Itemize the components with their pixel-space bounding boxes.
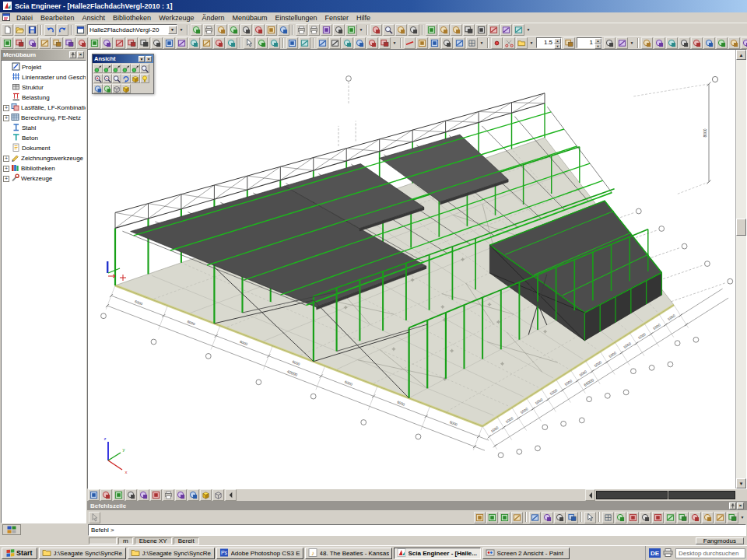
pictures-icon[interactable] (228, 24, 240, 36)
subregion-icon[interactable] (114, 37, 125, 49)
beam-b1-icon[interactable] (641, 37, 653, 49)
beam-b5-icon[interactable] (691, 37, 703, 49)
solid-cube-icon[interactable] (121, 84, 131, 93)
tree-item-struktur[interactable]: Struktur (3, 82, 86, 93)
win-split-icon[interactable] (451, 24, 462, 36)
beam-b6-icon[interactable] (703, 37, 715, 49)
menubaum-tab[interactable] (2, 524, 21, 535)
ansicht-toolbar-caption[interactable]: Ansicht ▼ × (93, 54, 153, 63)
tree-item-belastung[interactable]: Belastung (3, 93, 86, 103)
scroll-up-icon[interactable]: ▲ (736, 50, 746, 60)
menu-fenster[interactable]: Fenster (321, 14, 353, 22)
select-poly-icon[interactable] (268, 37, 280, 49)
menu-datei[interactable]: Datei (12, 14, 37, 22)
cross-snap-icon[interactable] (511, 512, 523, 523)
clip-mini-icon[interactable] (188, 489, 199, 501)
beam-snap-icon[interactable] (542, 512, 553, 523)
task-button-media[interactable]: ♪48. The Beatles - Kansas... (305, 548, 392, 559)
axes-tool-icon[interactable] (113, 489, 124, 501)
project-window-icon[interactable] (75, 24, 86, 36)
delete-item-icon[interactable] (253, 24, 265, 36)
snap-end-icon[interactable] (640, 512, 651, 523)
spin-down-icon[interactable]: ▼ (554, 44, 561, 49)
zoom-in-icon[interactable] (93, 74, 103, 83)
frame-icon[interactable] (139, 37, 150, 49)
wall-icon[interactable] (51, 37, 63, 49)
surface-snap-icon[interactable] (554, 512, 566, 523)
task-button-folder[interactable]: J:\Seagate Sync\SyncRe... (39, 548, 126, 559)
beam-b8-icon[interactable] (728, 37, 740, 49)
node-icon[interactable] (2, 37, 13, 49)
win-cascade-icon[interactable] (426, 24, 437, 36)
win-close-icon[interactable] (475, 24, 487, 36)
export-folder-icon[interactable] (516, 37, 528, 49)
view-z-icon[interactable] (112, 64, 121, 73)
calculator-icon[interactable] (345, 24, 357, 36)
win-b-icon[interactable] (513, 24, 524, 36)
win-a-icon[interactable] (500, 24, 512, 36)
panel-icon[interactable] (89, 37, 100, 49)
circle-snap-icon[interactable] (499, 512, 510, 523)
task-button-active[interactable]: Scia Engineer - [Halle... (394, 548, 481, 559)
haunch-icon[interactable] (188, 37, 200, 49)
menu-bearbeiten[interactable]: Bearbeiten (37, 14, 79, 22)
cube-color-icon[interactable] (200, 489, 212, 501)
table-compose-icon[interactable] (616, 37, 628, 49)
gallery-icon[interactable] (191, 24, 202, 36)
activity-icon[interactable] (604, 37, 615, 49)
toolbar-dropdown-icon[interactable]: ▼ (479, 37, 485, 49)
regen-icon[interactable] (278, 24, 289, 36)
ortho-snap-icon[interactable] (615, 512, 626, 523)
chevron-down-icon[interactable]: ▼ (168, 26, 177, 34)
open-icon[interactable] (14, 24, 26, 36)
copy-icon[interactable] (329, 37, 341, 49)
toolbar-dropdown-icon[interactable]: ▼ (629, 37, 635, 49)
tree-expander-icon[interactable]: + (3, 176, 9, 182)
win-max-icon[interactable] (488, 24, 500, 36)
spin-up-icon[interactable]: ▲ (594, 38, 601, 44)
angle-tool-icon[interactable] (454, 37, 465, 49)
tree-item-stahl[interactable]: Stahl (3, 123, 86, 133)
mdi-child-icon[interactable] (2, 13, 10, 23)
menu-einstellungen[interactable]: Einstellungen (272, 14, 321, 22)
chevron-down-icon[interactable]: ▼ (139, 56, 145, 62)
flag-tool-icon[interactable] (138, 489, 149, 501)
beam-b9-icon[interactable] (741, 37, 747, 49)
model-viewport[interactable]: 5000500050005000500050005000500050005000… (87, 49, 747, 489)
tree-item-beton[interactable]: Beton (3, 133, 86, 143)
snap-par-icon[interactable] (702, 512, 714, 523)
horizontal-scroll-thumb[interactable] (668, 491, 735, 499)
render-a-icon[interactable] (93, 84, 103, 93)
render-b-icon[interactable] (103, 84, 112, 93)
snap-perp-icon[interactable] (665, 512, 676, 523)
menubaum-header[interactable]: Menübaum × (1, 50, 86, 60)
snap-mid-icon[interactable] (652, 512, 664, 523)
poly-snap-icon[interactable] (566, 512, 578, 523)
tree-item-linienraster-und-geschosse[interactable]: Linienraster und Geschosse (3, 72, 86, 82)
beam-b2-icon[interactable] (654, 37, 665, 49)
horizontal-scroll-thumb[interactable] (596, 491, 668, 499)
pin-icon[interactable] (69, 51, 76, 58)
purlin-icon[interactable] (163, 37, 175, 49)
task-button-paint[interactable]: Screen 2 Ansicht - Paint (482, 548, 570, 559)
menu-ansicht[interactable]: Ansicht (79, 14, 110, 22)
tree-item-lastfälle-lf-kombinationen[interactable]: +Lastfälle, LF-Kombinationen (3, 103, 86, 113)
menu-ndern[interactable]: Ändern (198, 14, 228, 22)
arrow-left-icon[interactable] (225, 489, 237, 501)
tree-expander-icon[interactable]: + (3, 166, 9, 172)
mirror-icon[interactable] (366, 37, 378, 49)
label-flag-icon[interactable] (429, 37, 440, 49)
beam-b3-icon[interactable] (666, 37, 678, 49)
rotate-view-icon[interactable] (121, 74, 131, 83)
column-icon[interactable] (26, 37, 38, 49)
bracing-icon[interactable] (176, 37, 188, 49)
view-axo-icon[interactable] (121, 64, 131, 73)
tree-expander-icon[interactable]: + (3, 156, 9, 162)
befehlszeile-header[interactable]: Befehlszeile × (87, 501, 747, 510)
printer-icon[interactable] (663, 546, 673, 560)
tree-item-zeichnungswerkzeuge[interactable]: +Zeichnungswerkzeuge (3, 153, 86, 163)
new-icon[interactable] (2, 24, 13, 36)
spin-down-icon[interactable]: ▼ (594, 44, 601, 49)
model-3d-view[interactable]: 5000500050005000500050005000500050005000… (88, 50, 734, 487)
slab-icon[interactable] (76, 37, 88, 49)
